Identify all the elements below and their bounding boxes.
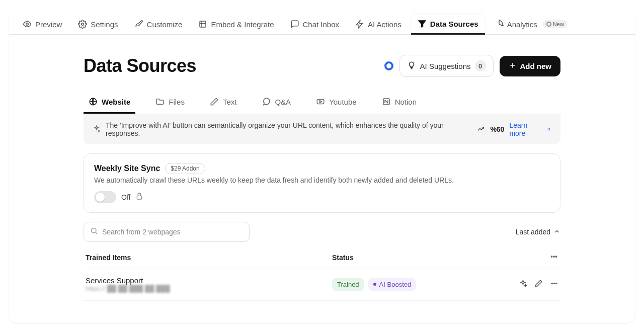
header-more-button[interactable] [538, 252, 558, 263]
search-icon [90, 227, 98, 237]
add-new-button[interactable]: Add new [500, 56, 561, 76]
weekly-sync-card: Weekly Site Sync $29 Addon We automatica… [84, 153, 560, 213]
nav-customize[interactable]: Customize [128, 15, 189, 34]
nav-label: Settings [91, 20, 118, 29]
tab-label: Text [223, 98, 237, 106]
status-trained-badge: Trained [332, 278, 364, 291]
sort-button[interactable]: Last added [516, 228, 560, 236]
svg-rect-6 [137, 196, 142, 199]
globe-icon [89, 97, 98, 106]
tab-label: Website [102, 98, 130, 106]
nav-data-sources[interactable]: Data Sources [411, 14, 485, 35]
table-row[interactable]: Services Support https:// ██ ██ ███ ██ █… [84, 268, 560, 301]
sparkle-action-icon[interactable] [519, 279, 527, 290]
nav-chat-inbox[interactable]: Chat Inbox [284, 15, 346, 34]
plus-icon [509, 61, 517, 71]
search-box[interactable] [84, 222, 250, 242]
svg-point-7 [92, 228, 96, 233]
svg-rect-2 [200, 21, 206, 27]
tab-qa[interactable]: Q&A [257, 91, 296, 114]
add-new-label: Add new [520, 62, 552, 70]
pie-icon [495, 20, 504, 29]
folder-icon [155, 97, 165, 106]
nav-embed[interactable]: Embed & Integrate [192, 15, 280, 34]
nav-analytics[interactable]: Analytics New [488, 15, 574, 34]
info-banner: The 'Improve with AI' button can semanti… [84, 114, 560, 144]
row-url: https:// ██ ██ ███ ██ ███ [86, 285, 332, 292]
svg-point-0 [26, 23, 29, 26]
chat-bubble-icon [262, 97, 271, 106]
tab-label: Q&A [275, 98, 291, 106]
chevron-up-icon [553, 228, 560, 236]
nav-label: AI Actions [368, 20, 401, 29]
nav-ai-actions[interactable]: AI Actions [349, 15, 408, 34]
sync-title: Weekly Site Sync [94, 164, 160, 173]
tab-label: Files [169, 98, 185, 106]
embed-icon [198, 20, 207, 29]
new-badge: New [543, 20, 568, 28]
lightbulb-icon [407, 61, 416, 71]
eye-icon [23, 20, 32, 29]
search-input[interactable] [102, 228, 243, 236]
nav-settings[interactable]: Settings [71, 15, 124, 34]
banner-pct: %60 [490, 125, 504, 133]
status-boosted-badge: AI Boosted [368, 278, 417, 291]
tab-files[interactable]: Files [150, 91, 190, 114]
nav-label: Chat Inbox [303, 20, 340, 29]
toggle-radio[interactable] [384, 61, 393, 70]
banner-text: The 'Improve with AI' button can semanti… [106, 121, 467, 137]
sync-toggle[interactable] [94, 191, 116, 203]
tab-notion[interactable]: Notion [377, 91, 422, 114]
sub-tabs: Website Files Text Q&A Youtube Notion [84, 91, 560, 114]
nav-label: Analytics [507, 20, 537, 29]
funnel-icon [418, 19, 427, 28]
ai-suggestions-label: AI Suggestions [420, 62, 471, 70]
notion-icon [382, 97, 391, 106]
chat-icon [290, 20, 299, 29]
row-title: Services Support [86, 276, 332, 285]
nav-label: Embed & Integrate [211, 20, 274, 29]
table-header: Trained Items Status [84, 247, 560, 268]
brush-icon [134, 20, 143, 29]
external-link-icon [545, 126, 551, 132]
learn-more-link[interactable]: Learn more [509, 121, 551, 137]
svg-point-9 [553, 256, 554, 257]
sync-toggle-label: Off [121, 193, 130, 201]
tab-label: Notion [395, 98, 417, 106]
ai-suggestions-count: 0 [475, 60, 486, 71]
tab-text[interactable]: Text [205, 91, 242, 114]
tab-label: Youtube [329, 98, 357, 106]
youtube-icon [316, 97, 325, 106]
edit-icon[interactable] [534, 279, 543, 290]
sort-label: Last added [516, 228, 550, 236]
nav-label: Data Sources [430, 20, 478, 28]
nav-preview[interactable]: Preview [16, 15, 68, 34]
nav-label: Customize [147, 20, 183, 29]
sparkle-icon [93, 125, 101, 134]
svg-point-12 [553, 283, 554, 284]
addon-badge: $29 Addon [165, 163, 205, 174]
gear-icon [78, 20, 87, 29]
nav-label: Preview [35, 20, 62, 29]
top-nav: Preview Settings Customize Embed & Integ… [9, 9, 635, 35]
col-status: Status [332, 254, 538, 262]
svg-point-8 [551, 256, 552, 257]
page-title: Data Sources [84, 55, 196, 76]
svg-point-10 [555, 256, 556, 257]
svg-point-13 [556, 283, 557, 284]
tab-website[interactable]: Website [84, 91, 135, 114]
svg-point-11 [551, 283, 552, 284]
tab-youtube[interactable]: Youtube [311, 91, 362, 114]
col-trained-items: Trained Items [86, 254, 332, 262]
row-more-icon[interactable] [550, 279, 558, 290]
bolt-icon [355, 20, 364, 29]
svg-point-1 [82, 23, 84, 26]
svg-rect-4 [317, 100, 324, 104]
lock-icon [135, 192, 143, 202]
pencil-icon [210, 97, 219, 106]
ai-suggestions-button[interactable]: AI Suggestions 0 [399, 55, 494, 77]
sync-description: We automatically crawl these URLs weekly… [94, 176, 550, 184]
trend-icon [477, 125, 485, 134]
